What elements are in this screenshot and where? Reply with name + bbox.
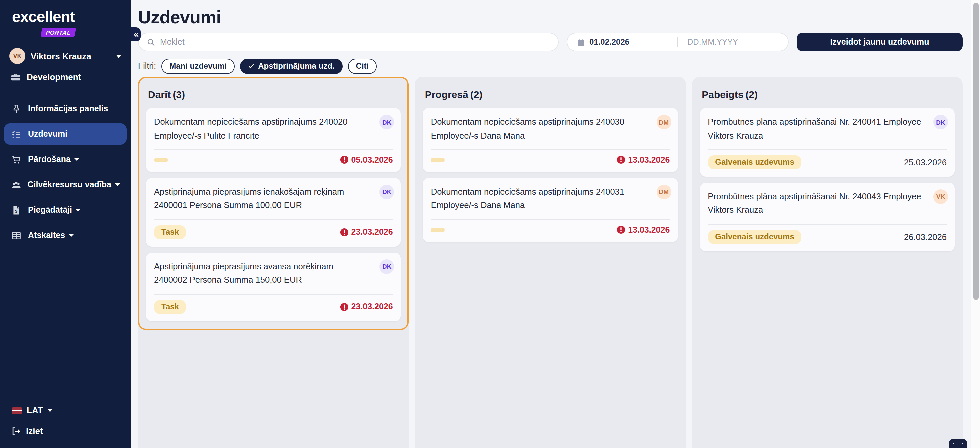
card-footer: 05.03.2026 — [154, 155, 393, 165]
logout-button[interactable]: Iziet — [0, 426, 130, 436]
sidebar-item-label: Cilvēkresursu vadība — [27, 180, 111, 189]
due-date-text: 23.03.2026 — [352, 228, 393, 237]
language-label: LAT — [27, 405, 43, 415]
workspace-row[interactable]: Development — [0, 72, 130, 82]
sidebar-item-dashboard[interactable]: Informācijas panelis — [4, 98, 127, 119]
card-footer: Galvenais uzdevums 26.03.2026 — [708, 230, 947, 244]
chevron-down-icon — [116, 54, 121, 58]
task-title: Dokumentam nepieciešams apstiprinājums 2… — [431, 115, 670, 143]
sidebar-item-hr[interactable]: Cilvēkresursu vadība — [4, 174, 127, 195]
filter-chip[interactable]: Citi — [348, 58, 377, 74]
people-icon — [11, 180, 21, 190]
assignee-avatar: DM — [656, 185, 671, 199]
due-date: 13.03.2026 — [617, 155, 670, 165]
app-window: excellent PORTAL VK Viktors Krauza Devel… — [0, 0, 980, 448]
sidebar: excellent PORTAL VK Viktors Krauza Devel… — [0, 0, 130, 448]
due-date: 23.03.2026 — [340, 228, 393, 237]
card-list: Dokumentam nepieciešams apstiprinājums 2… — [423, 108, 678, 242]
workspace-label: Development — [27, 72, 81, 82]
due-date: 05.03.2026 — [340, 155, 393, 165]
task-card[interactable]: Apstiprinājuma pieprasījums ienākošajam … — [146, 178, 401, 247]
task-title: Prombūtnes plāna apstiprināšanai Nr. 240… — [708, 115, 947, 143]
sidebar-item-sales[interactable]: Pārdošana — [4, 149, 127, 170]
chevron-down-icon — [68, 234, 74, 237]
search-icon — [147, 38, 155, 46]
chevron-down-icon — [74, 158, 80, 160]
scrollbar — [970, 0, 980, 448]
sidebar-collapse-button[interactable] — [130, 27, 141, 41]
progress-dash — [154, 158, 168, 162]
date-to-field[interactable]: DD.MM.YYYY — [678, 33, 788, 51]
user-menu[interactable]: VK Viktors Krauza — [0, 48, 130, 64]
column-drop-zone: Darīt(3) Dokumentam nepieciešams apstipr… — [138, 77, 409, 330]
logout-icon — [11, 426, 21, 436]
sidebar-item-label: Informācijas panelis — [28, 104, 108, 113]
assignee-avatar: DK — [933, 115, 948, 129]
date-range-filter: 01.02.2026 DD.MM.YYYY — [567, 33, 789, 51]
column-title: Progresā — [425, 89, 468, 100]
due-date-text: 25.03.2026 — [904, 157, 947, 167]
create-task-button[interactable]: Izveidot jaunu uzdevumu — [797, 33, 963, 51]
task-card[interactable]: Dokumentam nepieciešams apstiprinājums 2… — [146, 108, 401, 172]
task-tag: Galvenais uzdevums — [708, 230, 801, 244]
column-header: Progresā(2) — [425, 89, 678, 100]
task-tag: Galvenais uzdevums — [708, 155, 801, 169]
sidebar-item-reports[interactable]: Atskaites — [4, 225, 127, 246]
keyboard-widget-button[interactable] — [949, 438, 967, 448]
sidebar-item-tasks[interactable]: Uzdevumi — [4, 123, 127, 145]
brand-name: excellent — [12, 10, 119, 25]
filter-chips: Mani uzdevumi Apstiprinājuma uzd. Citi — [161, 58, 377, 74]
sidebar-nav: Informācijas panelis Uzdevumi Pārdošana … — [0, 98, 130, 250]
due-date: 25.03.2026 — [904, 157, 947, 167]
column-drop-zone: Progresā(2) Dokumentam nepieciešams apst… — [415, 77, 686, 251]
card-footer: 13.03.2026 — [431, 226, 670, 235]
card-list: Dokumentam nepieciešams apstiprinājums 2… — [146, 108, 401, 321]
task-card[interactable]: Prombūtnes plāna apstiprināšanai Nr. 240… — [700, 108, 955, 177]
logout-label: Iziet — [26, 426, 43, 436]
task-card[interactable]: Dokumentam nepieciešams apstiprinājums 2… — [423, 178, 678, 242]
filter-chip[interactable]: Apstiprinājuma uzd. — [240, 58, 342, 74]
cart-icon — [11, 154, 22, 164]
calendar-icon — [577, 38, 585, 46]
task-title: Dokumentam nepieciešams apstiprinājums 2… — [431, 185, 670, 213]
task-card[interactable]: Prombūtnes plāna apstiprināšanai Nr. 240… — [700, 183, 955, 251]
filter-chip[interactable]: Mani uzdevumi — [161, 58, 235, 74]
sidebar-item-suppliers[interactable]: $ Piegādātāji — [4, 199, 127, 221]
overdue-icon — [340, 156, 348, 164]
progress-dash — [431, 228, 445, 232]
column-title: Pabeigts — [702, 89, 743, 100]
task-title: Prombūtnes plāna apstiprināšanai Nr. 240… — [708, 190, 947, 217]
search-input[interactable] — [160, 37, 550, 47]
card-divider — [431, 219, 670, 220]
task-title: Dokumentam nepieciešams apstiprinājums 2… — [154, 115, 393, 143]
card-divider — [431, 149, 670, 150]
card-footer: Task 23.03.2026 — [154, 300, 393, 314]
portal-badge: PORTAL — [41, 28, 76, 37]
overdue-icon — [617, 156, 625, 164]
chevrons-left-icon — [132, 31, 139, 38]
filter-chip-label: Mani uzdevumi — [169, 61, 227, 71]
scrollbar-thumb[interactable] — [973, 3, 978, 300]
logo: excellent PORTAL — [0, 0, 130, 37]
column-header: Darīt(3) — [148, 89, 401, 100]
language-selector[interactable]: LAT — [0, 405, 130, 415]
due-date: 13.03.2026 — [617, 226, 670, 235]
task-card[interactable]: Dokumentam nepieciešams apstiprinājums 2… — [423, 108, 678, 172]
column-count: (2) — [745, 89, 758, 100]
date-from-field[interactable]: 01.02.2026 — [567, 33, 677, 51]
sidebar-item-label: Pārdošana — [28, 155, 71, 164]
task-tag: Task — [154, 226, 186, 239]
date-from-value: 01.02.2026 — [589, 37, 629, 47]
briefcase-icon — [11, 72, 21, 82]
toolbar: 01.02.2026 DD.MM.YYYY Izveidot jaunu uzd… — [138, 33, 963, 51]
task-title: Apstiprinājuma pieprasījums ienākošajam … — [154, 185, 393, 213]
card-list: Prombūtnes plāna apstiprināšanai Nr. 240… — [700, 108, 955, 251]
due-date-text: 23.03.2026 — [352, 302, 393, 312]
svg-text:$: $ — [15, 208, 18, 213]
chevron-down-icon — [48, 409, 53, 412]
column-header: Pabeigts(2) — [702, 89, 955, 100]
task-card[interactable]: Apstiprinājuma pieprasījums avansa norēķ… — [146, 253, 401, 321]
column-count: (3) — [173, 89, 185, 100]
card-divider — [708, 224, 947, 225]
overdue-icon — [340, 228, 348, 237]
